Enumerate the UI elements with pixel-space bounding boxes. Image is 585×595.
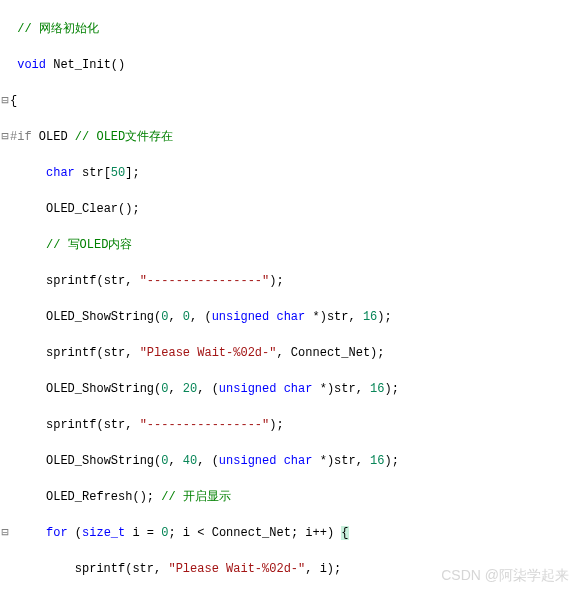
keyword-for: for [46, 526, 68, 540]
comment: // OLED文件存在 [75, 130, 173, 144]
string: "----------------" [140, 274, 270, 288]
ident: str[ [75, 166, 111, 180]
string: "Please Wait-%02d-" [140, 346, 277, 360]
call: OLED_Refresh(); [46, 490, 161, 504]
num: 16 [363, 310, 377, 324]
call: sprintf(str, [75, 562, 169, 576]
gutter [0, 20, 10, 38]
fold-marker: ⊟ [0, 128, 10, 146]
comment: // 写OLED内容 [46, 238, 132, 252]
semi: ]; [125, 166, 139, 180]
brace-match: { [341, 526, 348, 540]
comment: // 开启显示 [161, 490, 231, 504]
call: OLED_ShowString( [46, 310, 161, 324]
fold-marker: ⊟ [0, 92, 10, 110]
comment: // 网络初始化 [17, 22, 99, 36]
keyword-void: void [17, 58, 46, 72]
pp-if: #if [10, 130, 32, 144]
tail: ); [269, 274, 283, 288]
type-char: char [46, 166, 75, 180]
pp-cond: OLED [32, 130, 75, 144]
call: OLED_ShowString( [46, 454, 161, 468]
fold-marker: ⊟ [0, 524, 10, 542]
call: sprintf(str, [46, 418, 140, 432]
type-cast: unsigned char [212, 310, 306, 324]
code-block: // 网络初始化 void Net_Init() ⊟{ ⊟#if OLED //… [0, 0, 585, 595]
num: 50 [111, 166, 125, 180]
fn-name: Net_Init() [46, 58, 125, 72]
num: 0 [183, 310, 190, 324]
call: sprintf(str, [46, 274, 140, 288]
gutter [0, 56, 10, 74]
call: OLED_ShowString( [46, 382, 161, 396]
brace: { [10, 94, 17, 108]
call: OLED_Clear(); [46, 202, 140, 216]
call: sprintf(str, [46, 346, 140, 360]
